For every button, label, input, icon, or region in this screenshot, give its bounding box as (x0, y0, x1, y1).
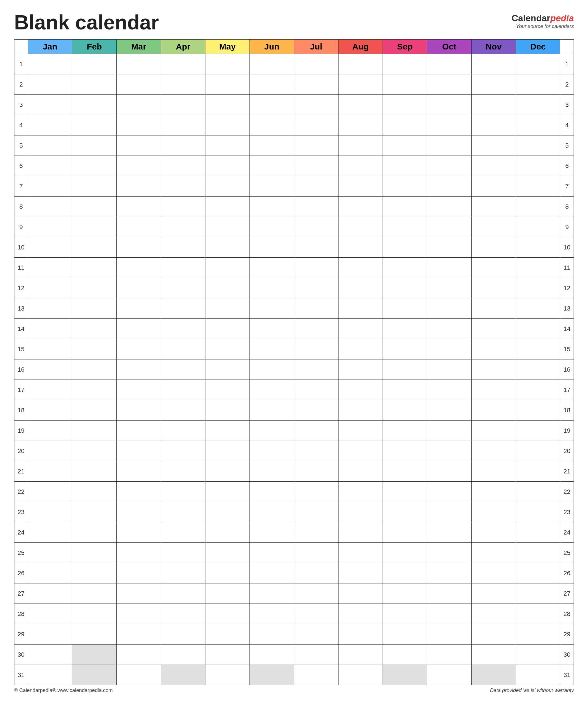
day-cell-apr-5[interactable] (161, 136, 205, 156)
day-cell-nov-12[interactable] (471, 278, 516, 298)
day-cell-jul-24[interactable] (294, 522, 338, 543)
day-cell-mar-24[interactable] (117, 522, 161, 543)
day-cell-mar-29[interactable] (117, 624, 161, 645)
day-cell-mar-19[interactable] (117, 421, 161, 441)
day-cell-nov-14[interactable] (471, 319, 516, 339)
day-cell-jun-25[interactable] (250, 543, 294, 563)
day-cell-jun-19[interactable] (250, 421, 294, 441)
day-cell-nov-31[interactable] (471, 665, 516, 685)
day-cell-sep-22[interactable] (383, 482, 427, 502)
day-cell-dec-10[interactable] (516, 237, 560, 258)
day-cell-jul-15[interactable] (294, 339, 338, 359)
day-cell-oct-21[interactable] (427, 461, 471, 482)
day-cell-jun-30[interactable] (250, 645, 294, 665)
day-cell-jun-6[interactable] (250, 156, 294, 176)
day-cell-nov-16[interactable] (471, 359, 516, 380)
day-cell-jul-13[interactable] (294, 298, 338, 319)
day-cell-sep-10[interactable] (383, 237, 427, 258)
day-cell-apr-13[interactable] (161, 298, 205, 319)
day-cell-may-18[interactable] (205, 400, 250, 421)
day-cell-nov-26[interactable] (471, 563, 516, 583)
day-cell-oct-25[interactable] (427, 543, 471, 563)
day-cell-may-7[interactable] (205, 176, 250, 197)
day-cell-mar-26[interactable] (117, 563, 161, 583)
day-cell-jul-4[interactable] (294, 115, 338, 136)
day-cell-apr-12[interactable] (161, 278, 205, 298)
day-cell-mar-6[interactable] (117, 156, 161, 176)
day-cell-sep-4[interactable] (383, 115, 427, 136)
day-cell-jun-28[interactable] (250, 604, 294, 624)
day-cell-mar-10[interactable] (117, 237, 161, 258)
day-cell-aug-24[interactable] (338, 522, 383, 543)
day-cell-aug-16[interactable] (338, 359, 383, 380)
day-cell-apr-8[interactable] (161, 197, 205, 217)
day-cell-feb-15[interactable] (72, 339, 117, 359)
day-cell-jul-9[interactable] (294, 217, 338, 237)
day-cell-dec-29[interactable] (516, 624, 560, 645)
day-cell-jan-21[interactable] (28, 461, 72, 482)
day-cell-feb-1[interactable] (72, 54, 117, 74)
day-cell-nov-30[interactable] (471, 645, 516, 665)
day-cell-sep-25[interactable] (383, 543, 427, 563)
day-cell-nov-6[interactable] (471, 156, 516, 176)
day-cell-dec-24[interactable] (516, 522, 560, 543)
day-cell-jul-2[interactable] (294, 74, 338, 95)
day-cell-jun-15[interactable] (250, 339, 294, 359)
day-cell-mar-30[interactable] (117, 645, 161, 665)
day-cell-nov-10[interactable] (471, 237, 516, 258)
day-cell-aug-22[interactable] (338, 482, 383, 502)
day-cell-dec-12[interactable] (516, 278, 560, 298)
day-cell-feb-5[interactable] (72, 136, 117, 156)
day-cell-feb-21[interactable] (72, 461, 117, 482)
day-cell-jun-24[interactable] (250, 522, 294, 543)
day-cell-jul-8[interactable] (294, 197, 338, 217)
day-cell-jan-4[interactable] (28, 115, 72, 136)
day-cell-sep-21[interactable] (383, 461, 427, 482)
day-cell-mar-11[interactable] (117, 258, 161, 278)
day-cell-oct-18[interactable] (427, 400, 471, 421)
day-cell-mar-12[interactable] (117, 278, 161, 298)
day-cell-sep-31[interactable] (383, 665, 427, 685)
day-cell-may-26[interactable] (205, 563, 250, 583)
day-cell-jun-16[interactable] (250, 359, 294, 380)
day-cell-may-30[interactable] (205, 645, 250, 665)
day-cell-feb-27[interactable] (72, 583, 117, 604)
day-cell-nov-27[interactable] (471, 583, 516, 604)
day-cell-dec-17[interactable] (516, 380, 560, 400)
day-cell-mar-22[interactable] (117, 482, 161, 502)
day-cell-jun-3[interactable] (250, 95, 294, 115)
day-cell-sep-5[interactable] (383, 136, 427, 156)
day-cell-jul-26[interactable] (294, 563, 338, 583)
day-cell-oct-5[interactable] (427, 136, 471, 156)
day-cell-jan-15[interactable] (28, 339, 72, 359)
day-cell-jun-9[interactable] (250, 217, 294, 237)
day-cell-nov-29[interactable] (471, 624, 516, 645)
day-cell-jun-23[interactable] (250, 502, 294, 522)
day-cell-jun-20[interactable] (250, 441, 294, 461)
day-cell-mar-8[interactable] (117, 197, 161, 217)
day-cell-feb-7[interactable] (72, 176, 117, 197)
day-cell-sep-13[interactable] (383, 298, 427, 319)
day-cell-jul-6[interactable] (294, 156, 338, 176)
day-cell-oct-20[interactable] (427, 441, 471, 461)
day-cell-jun-21[interactable] (250, 461, 294, 482)
day-cell-jul-3[interactable] (294, 95, 338, 115)
day-cell-dec-28[interactable] (516, 604, 560, 624)
day-cell-dec-11[interactable] (516, 258, 560, 278)
day-cell-may-12[interactable] (205, 278, 250, 298)
day-cell-sep-11[interactable] (383, 258, 427, 278)
day-cell-jan-26[interactable] (28, 563, 72, 583)
day-cell-jan-24[interactable] (28, 522, 72, 543)
day-cell-oct-17[interactable] (427, 380, 471, 400)
day-cell-dec-7[interactable] (516, 176, 560, 197)
day-cell-aug-15[interactable] (338, 339, 383, 359)
day-cell-oct-24[interactable] (427, 522, 471, 543)
day-cell-nov-19[interactable] (471, 421, 516, 441)
day-cell-feb-9[interactable] (72, 217, 117, 237)
day-cell-jan-19[interactable] (28, 421, 72, 441)
day-cell-jan-27[interactable] (28, 583, 72, 604)
day-cell-nov-7[interactable] (471, 176, 516, 197)
day-cell-apr-18[interactable] (161, 400, 205, 421)
day-cell-sep-15[interactable] (383, 339, 427, 359)
day-cell-oct-12[interactable] (427, 278, 471, 298)
